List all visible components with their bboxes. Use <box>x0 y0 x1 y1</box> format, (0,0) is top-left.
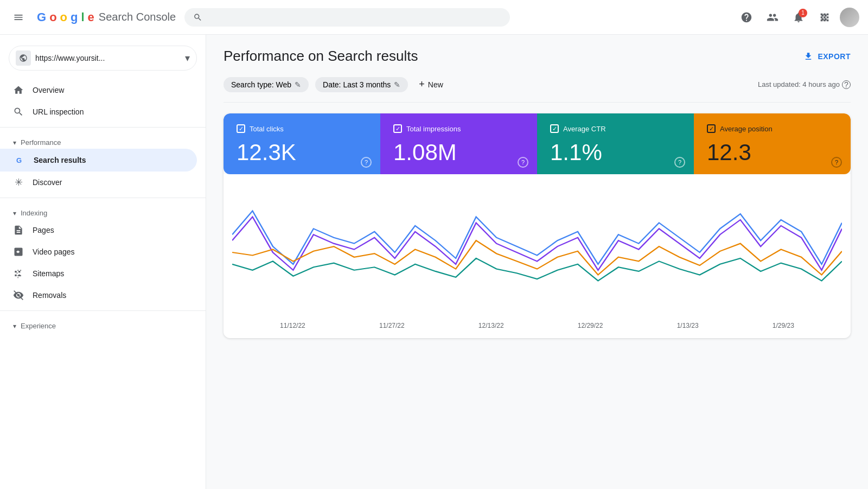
help-icon-clicks[interactable]: ? <box>361 157 372 168</box>
metric-card-impressions[interactable]: ✓ Total impressions 1.08M ? <box>380 113 537 174</box>
sidebar-item-search-results[interactable]: G Search results <box>0 149 197 172</box>
metric-value-ctr: 1.1% <box>550 139 681 166</box>
new-filter-button[interactable]: + New <box>414 75 448 93</box>
divider-3 <box>0 310 206 311</box>
checkbox-clicks: ✓ <box>237 124 245 133</box>
google-g-icon: G <box>13 154 25 166</box>
sidebar-label-removals: Removals <box>33 291 66 300</box>
divider-2 <box>0 198 206 198</box>
filter-row: Search type: Web ✎ Date: Last 3 months ✎… <box>224 75 851 103</box>
notification-button[interactable]: 1 <box>788 7 809 28</box>
export-label: EXPORT <box>818 52 851 61</box>
apps-button[interactable] <box>814 7 835 28</box>
divider-1 <box>0 127 206 128</box>
collapse-arrow-experience-icon: ▾ <box>13 322 16 330</box>
sidebar-item-removals[interactable]: Removals <box>0 284 197 306</box>
search-icon <box>193 12 202 22</box>
date-label-1: 11/12/22 <box>280 322 305 329</box>
logo-text: Search Console <box>99 11 176 23</box>
help-icon-ctr[interactable]: ? <box>674 157 685 168</box>
metric-label-impressions: ✓ Total impressions <box>393 124 524 133</box>
app-container: Google Search Console 1 <box>0 0 868 489</box>
video-pages-icon <box>13 246 24 257</box>
avatar[interactable] <box>840 8 859 27</box>
metric-value-impressions: 1.08M <box>393 139 524 166</box>
pages-icon <box>13 225 24 236</box>
metric-label-position: ✓ Average position <box>707 124 838 133</box>
topbar-actions: 1 <box>736 7 859 28</box>
page-title: Performance on Search results <box>224 48 418 65</box>
site-url: https://www.yoursit... <box>35 54 181 62</box>
sidebar-item-pages[interactable]: Pages <box>0 219 197 241</box>
search-type-filter[interactable]: Search type: Web ✎ <box>224 77 309 92</box>
sidebar-label-sitemaps: Sitemaps <box>33 269 64 278</box>
metric-card-clicks[interactable]: ✓ Total clicks 12.3K ? <box>224 113 380 174</box>
discover-icon: ✳ <box>13 177 24 188</box>
date-label-2: 11/27/22 <box>379 322 405 329</box>
last-updated-text: Last updated: 4 hours ago <box>758 80 840 88</box>
removals-icon <box>13 290 24 301</box>
site-favicon <box>16 50 31 66</box>
help-icon-impressions[interactable]: ? <box>518 157 528 168</box>
people-button[interactable] <box>762 7 783 28</box>
edit-icon: ✎ <box>295 80 301 89</box>
main-content: Performance on Search results EXPORT Sea… <box>206 35 868 489</box>
search-input[interactable] <box>208 12 501 22</box>
chevron-down-icon: ▾ <box>185 52 190 64</box>
edit-icon-2: ✎ <box>394 80 400 89</box>
sidebar-label-url-inspection: URL inspection <box>33 107 84 116</box>
checkbox-position: ✓ <box>707 124 716 133</box>
sidebar-label-discover: Discover <box>33 178 62 187</box>
home-icon <box>13 85 24 96</box>
date-label-6: 1/29/23 <box>773 322 794 329</box>
experience-section-header[interactable]: ▾ Experience <box>0 315 206 332</box>
sidebar-label-pages: Pages <box>33 226 54 234</box>
search-type-label: Search type: Web <box>231 80 291 89</box>
site-selector[interactable]: https://www.yoursit... ▾ <box>9 46 197 71</box>
metric-value-clicks: 12.3K <box>237 139 367 166</box>
page-header: Performance on Search results EXPORT <box>224 48 851 65</box>
checkbox-impressions: ✓ <box>393 124 402 133</box>
sidebar-label-search-results: Search results <box>34 156 86 164</box>
help-button[interactable] <box>736 7 757 28</box>
chart-dates: 11/12/22 11/27/22 12/13/22 12/29/22 1/13… <box>232 322 842 329</box>
collapse-arrow-indexing-icon: ▾ <box>13 209 16 217</box>
last-updated: Last updated: 4 hours ago ? <box>758 80 851 89</box>
collapse-arrow-icon: ▾ <box>13 139 16 147</box>
metric-card-ctr[interactable]: ✓ Average CTR 1.1% ? <box>537 113 694 174</box>
date-filter[interactable]: Date: Last 3 months ✎ <box>315 77 408 92</box>
help-icon-position[interactable]: ? <box>831 157 842 168</box>
chart-container: 11/12/22 11/27/22 12/13/22 12/29/22 1/13… <box>224 174 851 338</box>
metric-label-ctr: ✓ Average CTR <box>550 124 681 133</box>
metric-cards: ✓ Total clicks 12.3K ? ✓ Total impressio… <box>224 113 851 174</box>
metric-value-position: 12.3 <box>707 139 838 166</box>
sidebar: https://www.yoursit... ▾ Overview URL in… <box>0 35 206 489</box>
line-chart <box>232 187 842 317</box>
topbar: Google Search Console 1 <box>0 0 868 35</box>
metric-card-position[interactable]: ✓ Average position 12.3 ? <box>694 113 851 174</box>
export-button[interactable]: EXPORT <box>803 52 851 61</box>
sitemaps-icon <box>13 268 24 279</box>
sidebar-item-discover[interactable]: ✳ Discover <box>0 172 197 193</box>
indexing-section-label: Indexing <box>21 209 47 217</box>
logo: Google Search Console <box>37 10 176 24</box>
performance-section-header[interactable]: ▾ Performance <box>0 132 206 149</box>
sidebar-item-url-inspection[interactable]: URL inspection <box>0 101 197 123</box>
date-label: Date: Last 3 months <box>323 80 391 89</box>
date-label-3: 12/13/22 <box>478 322 504 329</box>
date-label-4: 12/29/22 <box>578 322 603 329</box>
metrics-chart-container: ✓ Total clicks 12.3K ? ✓ Total impressio… <box>224 113 851 338</box>
menu-button[interactable] <box>9 8 28 27</box>
sidebar-item-sitemaps[interactable]: Sitemaps <box>0 263 197 284</box>
plus-icon: + <box>419 79 425 90</box>
chart-area <box>232 187 842 317</box>
sidebar-item-video-pages[interactable]: Video pages <box>0 241 197 263</box>
search-bar[interactable] <box>184 8 510 27</box>
sidebar-item-overview[interactable]: Overview <box>0 79 197 101</box>
experience-section-label: Experience <box>21 322 56 330</box>
indexing-section-header[interactable]: ▾ Indexing <box>0 202 206 219</box>
metric-label-clicks: ✓ Total clicks <box>237 124 367 133</box>
sidebar-label-overview: Overview <box>33 86 64 94</box>
help-small-icon[interactable]: ? <box>842 80 851 89</box>
new-filter-label: New <box>428 80 443 89</box>
